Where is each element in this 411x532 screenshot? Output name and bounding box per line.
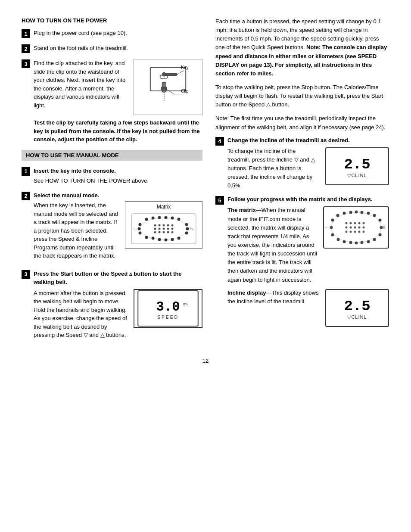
manual-step-num-1: 1 xyxy=(22,167,30,176)
step2-text: Stand on the foot rails of the treadmill… xyxy=(34,44,202,53)
svg-point-91 xyxy=(358,231,361,233)
svg-text:←: ← xyxy=(324,225,328,230)
right-step5-content: Follow your progress with the matrix and… xyxy=(227,196,389,328)
svg-point-67 xyxy=(379,233,382,236)
right-para3: Note: The first time you use the treadmi… xyxy=(215,114,389,131)
svg-text:▽CLINL: ▽CLINL xyxy=(347,314,367,320)
step4-header: Change the incline of the treadmill as d… xyxy=(227,137,389,143)
manual-step-2: 2 Select the manual mode. When the key i… xyxy=(22,191,202,264)
svg-point-31 xyxy=(139,223,142,226)
manual-step3-text: A moment after the button is pressed, th… xyxy=(34,289,129,339)
step1-text: Plug in the power cord (see page 10). xyxy=(34,29,202,37)
manual-step-num-2: 2 xyxy=(22,192,30,200)
manual-mode-header: HOW TO USE THE MANUAL MODE xyxy=(22,150,202,161)
svg-point-90 xyxy=(354,231,356,233)
step1-content: Plug in the power cord (see page 10). xyxy=(34,29,202,37)
svg-point-38 xyxy=(159,228,161,230)
svg-rect-2 xyxy=(165,73,177,76)
incline-disp-bold: Incline display xyxy=(227,289,266,296)
svg-point-22 xyxy=(185,232,188,235)
svg-point-60 xyxy=(349,211,352,214)
svg-point-33 xyxy=(159,224,161,227)
svg-rect-0 xyxy=(150,67,186,91)
svg-point-43 xyxy=(159,231,161,233)
matrix-left-diagram: Matrix xyxy=(125,201,202,249)
svg-text:SPEED: SPEED xyxy=(157,314,179,319)
svg-point-85 xyxy=(354,227,356,229)
svg-point-83 xyxy=(346,227,348,229)
manual-step2-text: When the key is inserted, the manual mod… xyxy=(34,201,121,260)
svg-point-46 xyxy=(171,231,174,233)
svg-point-14 xyxy=(145,218,148,221)
right-step-num-4: 4 xyxy=(215,137,224,146)
svg-point-74 xyxy=(337,238,340,241)
speed-display: 3.0 mi· SPEED xyxy=(134,289,202,328)
step3-intro-text: Find the clip attached to the key, and s… xyxy=(34,59,129,109)
svg-point-36 xyxy=(171,224,174,227)
svg-text:Key: Key xyxy=(181,65,189,70)
svg-point-58 xyxy=(336,214,339,217)
matrix-bold: The matrix xyxy=(227,207,256,213)
page-number: 12 xyxy=(22,358,389,364)
manual-step2-header: Select the manual mode. xyxy=(34,191,202,200)
manual-step1-content: Insert the key into the console. See HOW… xyxy=(34,167,202,185)
svg-text:h.: h. xyxy=(383,225,386,230)
step-num-1: 1 xyxy=(22,29,30,38)
matrix-label: Matrix xyxy=(157,204,171,210)
step-num-2: 2 xyxy=(22,44,30,53)
svg-point-19 xyxy=(177,218,181,221)
svg-point-86 xyxy=(358,227,361,229)
step5-header: Follow your progress with the matrix and… xyxy=(227,196,389,202)
svg-point-70 xyxy=(361,241,364,244)
right-step-5: 5 Follow your progress with the matrix a… xyxy=(215,196,389,328)
svg-point-72 xyxy=(349,241,352,244)
manual-step3-header: Press the Start button or the Speed ▵ bu… xyxy=(34,270,202,286)
step-num-3: 3 xyxy=(22,59,30,68)
svg-point-75 xyxy=(331,233,334,236)
right-step-num-5: 5 xyxy=(215,196,224,205)
incline-disp-para: Incline display—This display shows the i… xyxy=(227,289,320,306)
svg-point-26 xyxy=(158,238,161,241)
right-step-4: 4 Change the incline of the treadmill as… xyxy=(215,137,389,190)
svg-point-89 xyxy=(350,231,352,233)
svg-point-34 xyxy=(163,224,165,227)
svg-point-73 xyxy=(343,240,346,243)
svg-rect-5 xyxy=(161,87,167,90)
svg-point-41 xyxy=(171,228,174,230)
svg-point-62 xyxy=(361,211,364,214)
svg-point-37 xyxy=(154,228,156,230)
svg-point-29 xyxy=(139,232,142,235)
clip-key-svg: Key Clip xyxy=(136,63,200,111)
svg-point-78 xyxy=(346,222,348,224)
manual-step2-content: Select the manual mode. When the key is … xyxy=(34,191,202,264)
svg-text:▽CLINL: ▽CLINL xyxy=(347,173,367,178)
power-step-3: 3 Find the clip attached to the key, and… xyxy=(22,59,202,144)
svg-line-8 xyxy=(166,89,174,94)
svg-point-92 xyxy=(363,231,365,233)
svg-point-45 xyxy=(167,231,169,233)
svg-text:2.5: 2.5 xyxy=(344,156,370,173)
svg-text:2.5: 2.5 xyxy=(344,298,370,314)
right-step4-content: Change the incline of the treadmill as d… xyxy=(227,137,389,190)
svg-point-21 xyxy=(186,227,189,230)
svg-point-82 xyxy=(363,222,365,224)
svg-point-65 xyxy=(379,219,382,222)
svg-point-39 xyxy=(163,228,165,230)
svg-text:mi·: mi· xyxy=(183,302,188,306)
svg-point-23 xyxy=(177,237,181,240)
svg-point-16 xyxy=(158,216,161,219)
speed-display-svg: 3.0 mi· SPEED xyxy=(136,290,200,327)
matrix-text: —When the manual mode or the iFIT.com mo… xyxy=(227,207,317,283)
matrix-right-diagram: ← h. xyxy=(323,206,389,250)
clip-key-diagram: Key Clip xyxy=(134,59,202,115)
right-para1: Each time a button is pressed, the speed… xyxy=(215,17,389,78)
right-column: Each time a button is pressed, the speed… xyxy=(215,17,389,349)
svg-point-17 xyxy=(165,216,168,219)
svg-point-79 xyxy=(350,222,352,224)
step4-text: To change the incline of the treadmill, … xyxy=(227,147,320,190)
svg-point-87 xyxy=(363,227,365,229)
svg-point-30 xyxy=(138,227,141,230)
svg-point-44 xyxy=(163,231,165,233)
svg-text:Clip: Clip xyxy=(181,89,189,93)
svg-point-76 xyxy=(330,226,333,229)
